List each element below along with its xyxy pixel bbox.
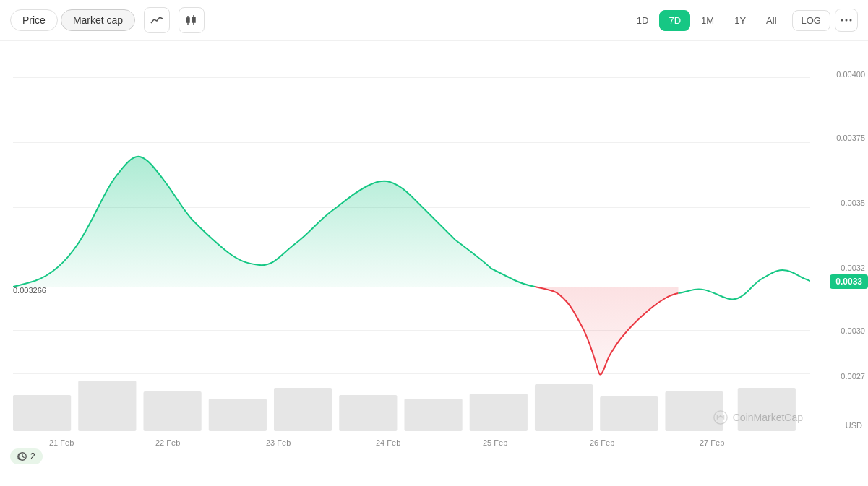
usd-label: USD <box>846 421 862 430</box>
1m-btn[interactable]: 1M <box>692 10 723 31</box>
toolbar-left: Price Market cap <box>10 7 205 33</box>
more-btn[interactable] <box>835 9 858 32</box>
y-label-320: 0.0032 <box>841 264 865 272</box>
svg-rect-14 <box>470 394 528 431</box>
x-label-24feb: 24 Feb <box>376 438 400 447</box>
y-label-375: 0.00375 <box>836 134 865 142</box>
candlestick-icon[interactable] <box>179 7 205 33</box>
svg-point-19 <box>714 411 727 424</box>
svg-rect-3 <box>192 17 195 22</box>
all-btn[interactable]: All <box>757 10 786 31</box>
history-button[interactable]: 2 <box>10 448 43 464</box>
line-chart-icon[interactable] <box>144 7 170 33</box>
svg-point-4 <box>841 19 843 22</box>
svg-rect-13 <box>404 399 462 431</box>
history-count: 2 <box>30 451 35 461</box>
svg-rect-10 <box>209 399 267 431</box>
svg-rect-12 <box>339 395 397 431</box>
svg-rect-16 <box>600 396 658 431</box>
chart-container: 0.003266 <box>0 41 868 467</box>
volume-chart <box>13 373 810 431</box>
svg-rect-11 <box>274 388 332 431</box>
svg-rect-1 <box>186 18 189 22</box>
y-label-400: 0.00400 <box>836 70 865 79</box>
toolbar-right: 1D 7D 1M 1Y All LOG <box>627 9 858 32</box>
y-label-270: 0.0027 <box>841 372 865 381</box>
market-cap-tab[interactable]: Market cap <box>61 9 135 31</box>
current-price-label: 0.0033 <box>830 274 868 289</box>
y-label-300: 0.0030 <box>841 326 865 335</box>
x-label-25feb: 25 Feb <box>483 438 507 447</box>
x-label-27feb: 27 Feb <box>700 438 724 447</box>
1d-btn[interactable]: 1D <box>627 10 658 31</box>
main-chart <box>13 41 810 395</box>
coinmarketcap-watermark: CoinMarketCap <box>713 409 803 425</box>
y-label-350: 0.0035 <box>841 199 865 207</box>
svg-rect-9 <box>143 391 201 431</box>
svg-point-6 <box>850 19 852 22</box>
clock-icon <box>17 451 27 461</box>
1y-btn[interactable]: 1Y <box>725 10 755 31</box>
toolbar: Price Market cap 1D 7D 1M 1Y All LOG <box>0 0 868 41</box>
price-tab[interactable]: Price <box>10 9 58 31</box>
coinmarketcap-text: CoinMarketCap <box>733 412 803 423</box>
svg-rect-8 <box>78 381 136 431</box>
x-label-26feb: 26 Feb <box>590 438 614 447</box>
x-label-23feb: 23 Feb <box>266 438 291 447</box>
log-btn[interactable]: LOG <box>792 10 830 31</box>
7d-btn[interactable]: 7D <box>659 10 690 31</box>
svg-rect-15 <box>535 384 593 431</box>
x-label-22feb: 22 Feb <box>155 438 180 447</box>
bottom-bar: 2 <box>0 446 145 467</box>
svg-point-5 <box>846 19 848 22</box>
svg-rect-7 <box>13 395 71 431</box>
